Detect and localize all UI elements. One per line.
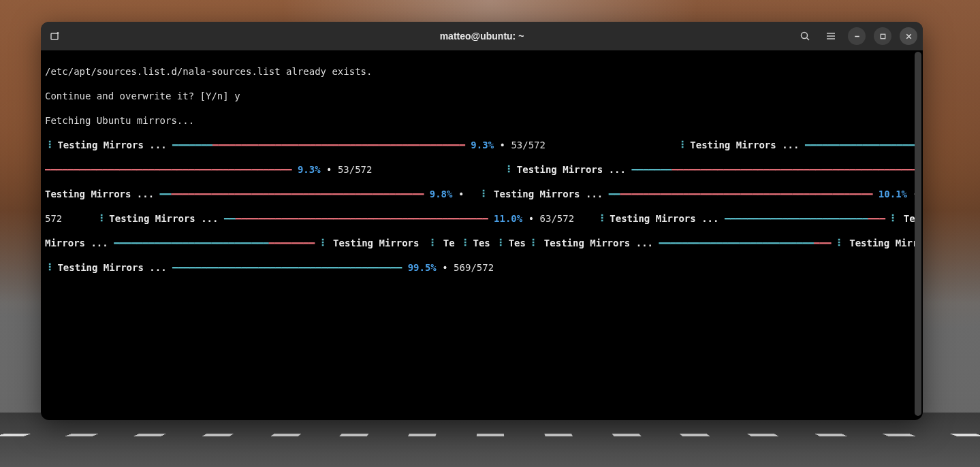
output-line: Mirrors ... ━━━━━━━━━━━━━━━━━━━━━━━━━━━━… [45,237,919,249]
output-line: /etc/apt/sources.list.d/nala-sources.lis… [45,65,919,78]
svg-rect-0 [51,33,58,39]
svg-point-1 [802,33,808,39]
output-line: ⠸ Testing Mirrors ... ━━━━━━━━━━━━━━━━━━… [45,139,919,151]
output-line: 572 ⠸ Testing Mirrors ... ━━━━━━━━━━━━━━… [45,212,919,225]
output-line: ⠸ Testing Mirrors ... ━━━━━━━━━━━━━━━━━━… [45,261,919,274]
terminal-window: matteo@ubuntu: ~ [41,22,923,420]
output-line: ━━━━━━━━━━━━━━━━━━━━━━━━━━━━━━━━━━━━━━━━… [45,163,919,176]
output-line: Continue and overwrite it? [Y/n] y [45,90,919,102]
search-icon[interactable] [796,27,814,45]
maximize-button[interactable] [874,27,891,45]
output-line: Fetching Ubuntu mirrors... [45,114,919,127]
output-line: Testing Mirrors ... ━━━━━━━━━━━━━━━━━━━━… [45,188,919,200]
minimize-button[interactable] [848,27,866,45]
terminal-scrollbar[interactable] [915,52,921,416]
terminal-output[interactable]: /etc/apt/sources.list.d/nala-sources.lis… [41,50,923,420]
svg-rect-2 [881,34,885,39]
close-button[interactable] [900,27,917,45]
window-title: matteo@ubuntu: ~ [183,31,781,42]
hamburger-menu-icon[interactable] [822,27,840,45]
wallpaper-road [0,413,980,467]
scrollbar-thumb[interactable] [915,52,921,416]
new-tab-button[interactable] [46,27,64,45]
window-titlebar[interactable]: matteo@ubuntu: ~ [41,22,923,50]
